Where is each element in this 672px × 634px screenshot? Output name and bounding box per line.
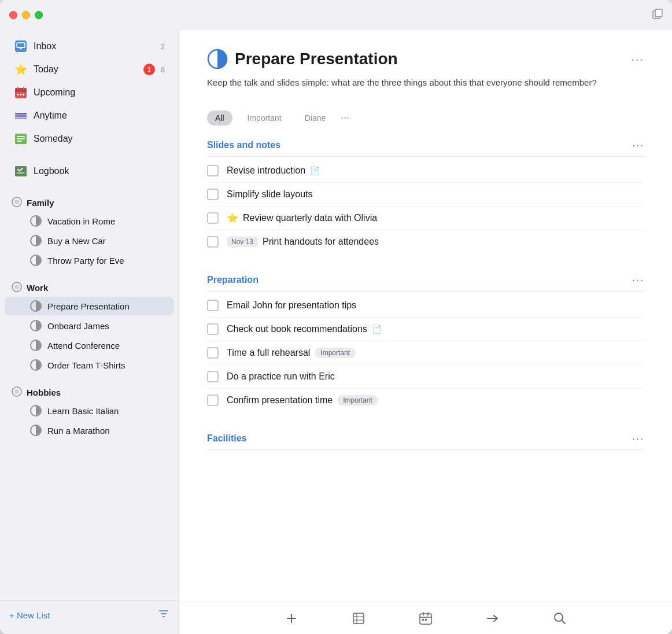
minimize-button[interactable] — [22, 11, 30, 19]
svg-rect-42 — [425, 619, 427, 621]
close-button[interactable] — [9, 11, 17, 19]
task-checkbox[interactable] — [207, 189, 219, 200]
filter-more-button[interactable]: ··· — [341, 112, 349, 124]
important-tag: Important — [315, 348, 356, 358]
svg-rect-9 — [17, 94, 19, 95]
inbox-count: 2 — [161, 42, 165, 51]
preparation-more[interactable]: ··· — [632, 274, 644, 286]
task-checkbox[interactable] — [207, 323, 219, 335]
task-half-icon — [30, 320, 42, 331]
inbox-icon — [14, 39, 28, 53]
throw-party-label: Throw Party for Eve — [47, 256, 124, 266]
sidebar-item-throw-party[interactable]: Throw Party for Eve — [5, 251, 174, 270]
svg-rect-17 — [17, 138, 25, 139]
today-icon: ⭐ — [14, 62, 28, 76]
task-half-icon — [30, 359, 42, 371]
note-icon: 📄 — [372, 325, 382, 334]
main-toolbar — [179, 602, 672, 634]
maximize-button[interactable] — [35, 11, 43, 19]
filter-icon[interactable] — [158, 608, 169, 622]
filter-important[interactable]: Important — [239, 110, 290, 126]
upcoming-label: Upcoming — [34, 87, 165, 98]
task-confirm-time[interactable]: Confirm presentation time Important — [207, 389, 644, 412]
filter-all[interactable]: All — [207, 110, 232, 126]
sidebar-item-today[interactable]: ⭐ Today 1 8 — [5, 58, 174, 80]
task-checkbox[interactable] — [207, 371, 219, 382]
section-family-header: Family — [0, 190, 179, 211]
task-checkbox[interactable] — [207, 212, 219, 224]
main-more-button[interactable]: ··· — [631, 53, 644, 66]
task-checkbox[interactable] — [207, 395, 219, 406]
sidebar-item-logbook[interactable]: Logbook — [5, 160, 174, 182]
add-task-button[interactable] — [281, 608, 302, 629]
task-simplify-layouts[interactable]: Simplify slide layouts — [207, 183, 644, 207]
svg-rect-10 — [20, 94, 21, 95]
hobbies-label: Hobbies — [27, 388, 61, 397]
order-tshirts-label: Order Team T-Shirts — [47, 360, 125, 370]
title-row: Prepare Presentation ··· — [207, 49, 644, 69]
task-checkbox[interactable] — [207, 236, 219, 248]
sidebar-item-upcoming[interactable]: Upcoming — [5, 82, 174, 104]
task-checkbox[interactable] — [207, 300, 219, 311]
logbook-icon — [14, 164, 28, 178]
facilities-title: Facilities — [207, 433, 246, 444]
task-full-rehearsal[interactable]: Time a full rehearsal Important — [207, 341, 644, 365]
task-half-icon — [30, 255, 42, 266]
sidebar-item-inbox[interactable]: Inbox 2 — [5, 35, 174, 57]
inbox-label: Inbox — [34, 41, 155, 51]
task-text: Time a full rehearsal Important — [227, 348, 644, 358]
search-button[interactable] — [549, 608, 570, 629]
sidebar-item-vacation-rome[interactable]: Vacation in Rome — [5, 212, 174, 230]
task-book-recs[interactable]: Check out book recommendations 📄 — [207, 318, 644, 341]
svg-point-26 — [14, 389, 19, 394]
calendar-button[interactable] — [415, 608, 436, 629]
sidebar-item-buy-car[interactable]: Buy a New Car — [5, 231, 174, 250]
task-text: Email John for presentation tips — [227, 300, 644, 311]
work-icon — [12, 282, 22, 294]
move-button[interactable] — [482, 608, 503, 629]
add-checklist-button[interactable] — [348, 608, 369, 629]
sidebar-item-prepare-presentation[interactable]: Prepare Presentation — [5, 297, 174, 315]
today-count: 8 — [161, 65, 165, 74]
task-half-icon — [30, 425, 42, 436]
section-preparation: Preparation ··· Email John for presentat… — [207, 267, 644, 412]
svg-rect-16 — [17, 136, 25, 137]
task-half-icon — [30, 235, 42, 246]
sidebar-item-someday[interactable]: Someday — [5, 128, 174, 150]
task-practice-eric[interactable]: Do a practice run with Eric — [207, 365, 644, 389]
task-review-quarterly[interactable]: ⭐ Review quarterly data with Olivia — [207, 207, 644, 230]
task-revise-intro[interactable]: Revise introduction 📄 — [207, 159, 644, 183]
titlebar — [0, 0, 672, 30]
facilities-more[interactable]: ··· — [632, 433, 644, 445]
sidebar: Inbox 2 ⭐ Today 1 8 — [0, 30, 179, 634]
sidebar-item-anytime[interactable]: Anytime — [5, 105, 174, 127]
sidebar-item-run-marathon[interactable]: Run a Marathon — [5, 421, 174, 440]
main-title: Prepare Presentation — [235, 50, 624, 68]
filter-row: All Important Diane ··· — [179, 110, 672, 132]
svg-rect-13 — [15, 115, 27, 117]
sidebar-item-order-tshirts[interactable]: Order Team T-Shirts — [5, 356, 174, 374]
task-text: ⭐ Review quarterly data with Olivia — [227, 212, 644, 223]
task-email-john[interactable]: Email John for presentation tips — [207, 294, 644, 318]
task-text: Do a practice run with Eric — [227, 371, 644, 382]
sidebar-item-onboard-james[interactable]: Onboard James — [5, 316, 174, 335]
task-checkbox[interactable] — [207, 347, 219, 359]
task-print-handouts[interactable]: Nov 13 Print handouts for attendees — [207, 230, 644, 253]
date-tag: Nov 13 — [227, 237, 258, 247]
filter-diane[interactable]: Diane — [297, 110, 334, 126]
svg-rect-18 — [17, 141, 22, 142]
task-half-icon — [30, 340, 42, 351]
slides-notes-header: Slides and notes ··· — [207, 132, 644, 157]
note-icon: 📄 — [310, 166, 320, 175]
section-facilities: Facilities ··· — [207, 426, 644, 450]
duplicate-window-icon[interactable] — [652, 9, 663, 22]
content-area: Inbox 2 ⭐ Today 1 8 — [0, 30, 672, 634]
sidebar-item-learn-italian[interactable]: Learn Basic Italian — [5, 401, 174, 420]
app-window: Inbox 2 ⭐ Today 1 8 — [0, 0, 672, 634]
task-checkbox[interactable] — [207, 165, 219, 176]
new-list-button[interactable]: + New List — [9, 610, 50, 620]
slides-notes-more[interactable]: ··· — [632, 139, 644, 152]
task-text: Simplify slide layouts — [227, 189, 644, 200]
main-content: Prepare Presentation ··· Keep the talk a… — [179, 30, 672, 634]
sidebar-item-attend-conference[interactable]: Attend Conference — [5, 336, 174, 355]
